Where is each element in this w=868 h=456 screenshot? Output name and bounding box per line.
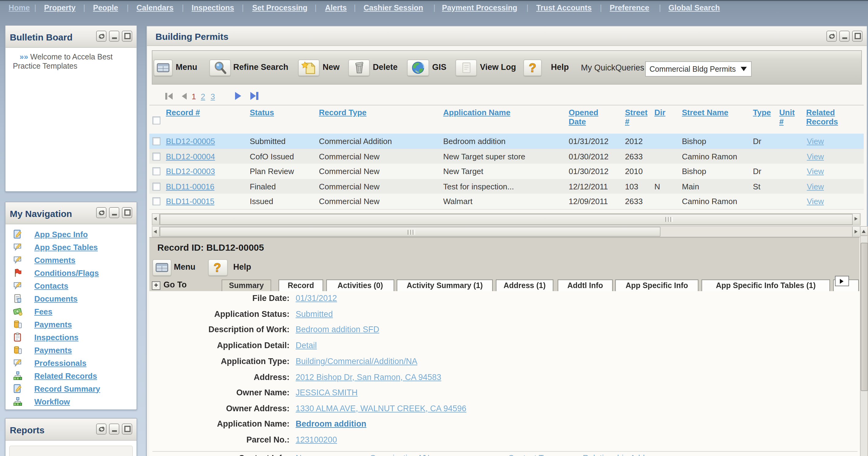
svg-text:?: ? — [529, 61, 536, 75]
svg-text:?: ? — [214, 261, 221, 274]
